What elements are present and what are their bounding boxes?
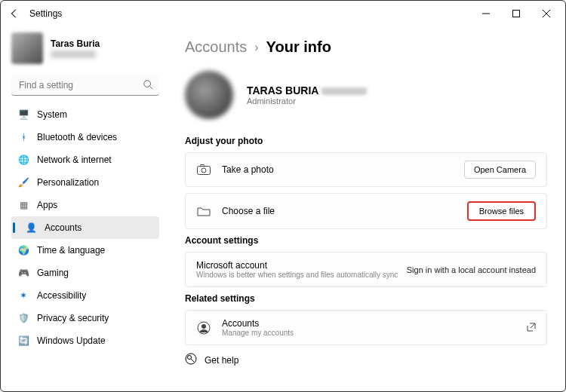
ms-account-desc: Windows is better when settings and file… <box>196 271 407 279</box>
close-button[interactable] <box>532 3 561 24</box>
sidebar: Taras Buria 🖥️SystemᚼBluetooth & devices… <box>1 26 167 391</box>
nav-icon: 🌍 <box>17 244 29 256</box>
sidebar-item-accessibility[interactable]: ✶Accessibility <box>11 284 159 307</box>
breadcrumb-current: Your info <box>266 38 331 56</box>
nav-label: Privacy & security <box>37 313 109 323</box>
nav-label: Windows Update <box>37 335 106 346</box>
breadcrumb: Accounts › Your info <box>185 38 547 56</box>
sidebar-item-windows-update[interactable]: 🔄Windows Update <box>11 329 159 352</box>
user-avatar-small <box>11 32 43 64</box>
nav-label: Accounts <box>45 222 82 233</box>
nav-icon: 🎮 <box>17 267 29 279</box>
nav-label: Time & language <box>37 245 105 256</box>
external-link-icon <box>527 321 536 335</box>
search-input[interactable] <box>11 75 159 96</box>
close-icon <box>543 10 550 17</box>
svg-line-13 <box>191 359 194 362</box>
nav-label: System <box>37 109 67 120</box>
nav-label: Gaming <box>37 268 69 278</box>
user-avatar-large <box>185 71 233 119</box>
sidebar-item-time-language[interactable]: 🌍Time & language <box>11 239 159 262</box>
sidebar-item-accounts[interactable]: 👤Accounts <box>11 216 159 239</box>
back-button[interactable] <box>5 5 23 23</box>
nav-icon: 🌐 <box>17 154 29 166</box>
sidebar-item-gaming[interactable]: 🎮Gaming <box>11 262 159 284</box>
nav-icon: 🖥️ <box>17 109 29 121</box>
nav-icon: ▦ <box>17 199 29 211</box>
sidebar-item-apps[interactable]: ▦Apps <box>11 194 159 216</box>
user-email <box>51 49 100 58</box>
nav-icon: 🖌️ <box>17 176 29 188</box>
nav-label: Apps <box>37 200 57 210</box>
nav-label: Accessibility <box>37 290 86 301</box>
take-photo-card: Take a photo Open Camera <box>185 152 547 187</box>
window-controls <box>472 3 561 24</box>
user-name: Taras Buria <box>51 38 100 49</box>
svg-point-4 <box>144 81 151 87</box>
content-area: Taras Buria 🖥️SystemᚼBluetooth & devices… <box>1 26 565 391</box>
nav-icon: ✶ <box>17 289 29 302</box>
svg-point-12 <box>188 356 192 360</box>
search-wrap <box>11 75 159 96</box>
sidebar-item-system[interactable]: 🖥️System <box>11 103 159 126</box>
sidebar-item-privacy-security[interactable]: 🛡️Privacy & security <box>11 307 159 329</box>
get-help-label: Get help <box>205 355 238 366</box>
maximize-button[interactable] <box>502 3 531 24</box>
choose-file-label: Choose a file <box>222 206 467 216</box>
chevron-right-icon: › <box>254 41 258 54</box>
nav-icon: ᚼ <box>17 131 29 143</box>
search-icon <box>143 79 153 93</box>
user-block[interactable]: Taras Buria <box>11 32 159 64</box>
folder-icon <box>196 206 211 216</box>
minimize-icon <box>482 10 490 17</box>
nav-label: Personalization <box>37 177 99 188</box>
related-accounts-desc: Manage my accounts <box>222 329 519 337</box>
minimize-button[interactable] <box>472 3 500 24</box>
section-adjust-photo-title: Adjust your photo <box>185 136 547 146</box>
sign-in-local-link[interactable]: Sign in with a local account instead <box>407 265 536 274</box>
nav-icon: 🔄 <box>17 335 29 347</box>
browse-files-button[interactable]: Browse files <box>467 201 536 221</box>
app-title: Settings <box>29 8 62 19</box>
profile-name: TARAS BURIA <box>247 84 367 96</box>
nav-icon: 👤 <box>25 222 37 234</box>
open-camera-button[interactable]: Open Camera <box>464 161 536 179</box>
section-related-title: Related settings <box>185 293 547 304</box>
section-account-settings-title: Account settings <box>185 235 547 246</box>
svg-rect-8 <box>201 165 204 167</box>
profile-role: Administrator <box>247 96 367 106</box>
choose-file-card: Choose a file Browse files <box>185 193 547 229</box>
take-photo-label: Take a photo <box>222 164 464 175</box>
sidebar-item-network-internet[interactable]: 🌐Network & internet <box>11 149 159 171</box>
maximize-icon <box>512 10 520 17</box>
svg-point-10 <box>201 324 206 329</box>
svg-line-5 <box>150 87 153 90</box>
help-icon <box>185 353 197 367</box>
sidebar-item-bluetooth-devices[interactable]: ᚼBluetooth & devices <box>11 126 159 149</box>
breadcrumb-parent[interactable]: Accounts <box>185 38 247 56</box>
profile-block: TARAS BURIA Administrator <box>185 71 547 119</box>
related-accounts-card[interactable]: Accounts Manage my accounts <box>185 310 547 345</box>
svg-point-7 <box>201 168 206 173</box>
related-accounts-label: Accounts <box>222 318 519 329</box>
main-panel: Accounts › Your info TARAS BURIA Adminis… <box>167 26 565 391</box>
nav-label: Network & internet <box>37 155 112 165</box>
nav-label: Bluetooth & devices <box>37 132 117 142</box>
accounts-icon <box>196 321 211 335</box>
nav-list: 🖥️SystemᚼBluetooth & devices🌐Network & i… <box>11 103 159 384</box>
ms-account-label: Microsoft account <box>196 260 407 271</box>
svg-rect-1 <box>513 11 520 17</box>
settings-window: Settings Taras Buria 🖥️SystemᚼBlueto <box>0 0 566 392</box>
arrow-left-icon <box>9 8 20 19</box>
camera-icon <box>196 164 211 175</box>
sidebar-item-personalization[interactable]: 🖌️Personalization <box>11 171 159 194</box>
get-help-link[interactable]: Get help <box>185 353 547 367</box>
titlebar: Settings <box>1 1 565 26</box>
svg-rect-6 <box>198 167 211 175</box>
nav-icon: 🛡️ <box>17 312 29 324</box>
microsoft-account-card: Microsoft account Windows is better when… <box>185 252 547 287</box>
